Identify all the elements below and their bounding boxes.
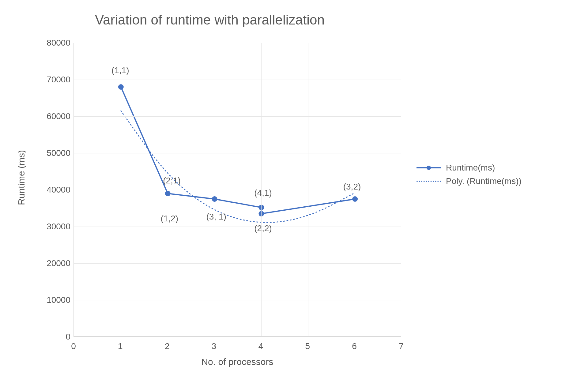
gridline-v: [215, 43, 215, 336]
x-tick-label: 1: [111, 341, 130, 351]
legend-label: Runtime(ms): [446, 163, 495, 173]
x-tick-label: 3: [205, 341, 223, 351]
legend-item-runtime: Runtime(ms): [417, 163, 522, 173]
annotation: (2;1): [163, 176, 181, 186]
y-axis-label: Runtime (ms): [16, 150, 27, 205]
gridline-h: [74, 227, 401, 227]
legend-swatch-solid: [417, 164, 441, 171]
series-runtime: [121, 87, 355, 214]
x-tick-label: 7: [392, 341, 410, 351]
chart: Variation of runtime with parallelizatio…: [18, 12, 570, 374]
x-tick-label: 6: [345, 341, 364, 351]
x-tick-label: 4: [251, 341, 270, 351]
legend-item-poly: Poly. (Runtime(ms)): [417, 176, 522, 186]
x-tick-label: 5: [298, 341, 317, 351]
y-tick-label: 40000: [9, 185, 70, 195]
annotation: (3,2): [343, 182, 361, 192]
gridline-h: [74, 300, 401, 300]
gridline-v: [121, 43, 121, 336]
x-axis-label: No. of processors: [74, 357, 401, 367]
y-tick-label: 80000: [9, 38, 70, 48]
gridline-v: [402, 43, 402, 336]
chart-title: Variation of runtime with parallelizatio…: [18, 12, 401, 28]
annotation: (1,1): [111, 66, 129, 75]
y-tick-label: 20000: [9, 258, 70, 268]
legend: Runtime(ms) Poly. (Runtime(ms)): [417, 159, 522, 190]
y-tick-label: 60000: [9, 111, 70, 121]
gridline-h: [74, 263, 401, 264]
gridline-h: [74, 43, 401, 43]
y-tick-label: 10000: [9, 295, 70, 305]
annotation: (1,2): [161, 214, 179, 224]
gridline-v: [168, 43, 168, 336]
y-tick-label: 70000: [9, 75, 70, 85]
annotation: (3, 1): [206, 212, 226, 222]
x-tick-label: 2: [158, 341, 176, 351]
y-tick-label: 0: [9, 332, 70, 342]
annotation: (4,1): [254, 188, 272, 198]
gridline-h: [74, 80, 401, 80]
y-tick-label: 30000: [9, 222, 70, 231]
gridline-h: [74, 153, 401, 153]
x-tick-label: 0: [64, 341, 83, 351]
gridline-v: [308, 43, 308, 336]
legend-label: Poly. (Runtime(ms)): [446, 176, 522, 186]
legend-swatch-dotted: [417, 178, 441, 185]
gridline-h: [74, 116, 401, 117]
annotation: (2,2): [254, 224, 272, 233]
y-tick-label: 50000: [9, 148, 70, 158]
